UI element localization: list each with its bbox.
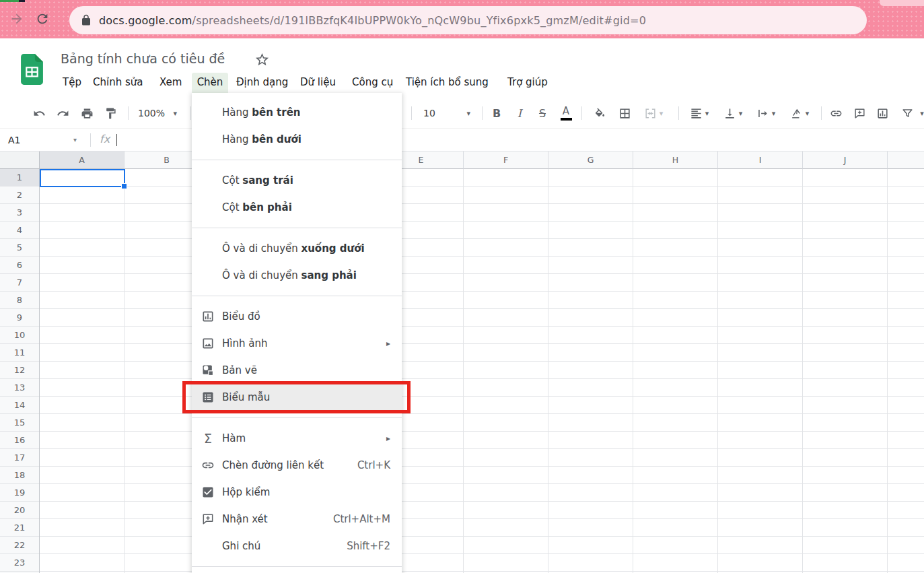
menu-item-image[interactable]: Hình ảnh▸ — [192, 330, 402, 357]
row-header-3[interactable]: 3 — [0, 204, 39, 222]
tab-corner — [880, 0, 924, 6]
create-filter-button[interactable] — [897, 103, 917, 123]
print-button[interactable] — [77, 103, 97, 123]
chevron-down-icon: ▾ — [772, 110, 776, 117]
menu-item-cells-shift-down[interactable]: Ô và di chuyển xuống dưới — [192, 235, 402, 262]
menu-item-row-below[interactable]: Hàng bên dưới — [192, 126, 402, 153]
font-size-select[interactable]: 10▾ — [417, 103, 476, 123]
select-all-corner[interactable] — [0, 151, 40, 169]
row-header-19[interactable]: 19 — [0, 484, 39, 502]
row-header-17[interactable]: 17 — [0, 449, 39, 467]
row-header-20[interactable]: 20 — [0, 502, 39, 519]
row-header-6[interactable]: 6 — [0, 257, 39, 274]
row-header-22[interactable]: 22 — [0, 537, 39, 554]
menubar-item-tools[interactable]: Công cụ — [349, 73, 396, 92]
spreadsheet-grid[interactable]: ABCDEFGHIJ 12345678910111213141516171819… — [0, 151, 924, 573]
menu-item-cells-shift-right[interactable]: Ô và di chuyển sang phải — [192, 262, 402, 289]
insert-comment-button[interactable] — [849, 103, 869, 123]
horizontal-align-button[interactable]: ▾ — [684, 103, 715, 123]
column-header-G[interactable]: G — [548, 151, 633, 169]
fill-color-button[interactable] — [590, 103, 610, 123]
column-header-F[interactable]: F — [464, 151, 548, 169]
row-header-7[interactable]: 7 — [0, 274, 39, 292]
row-header-5[interactable]: 5 — [0, 239, 39, 257]
row-header-10[interactable]: 10 — [0, 327, 39, 344]
menubar-item-file[interactable]: Tệp — [59, 73, 85, 92]
menu-item-drawing[interactable]: Bản vẽ — [192, 357, 402, 384]
undo-button[interactable] — [29, 103, 49, 123]
undo-icon — [33, 107, 46, 120]
forward-arrow-icon[interactable] — [9, 11, 24, 26]
menubar-item-view[interactable]: Xem — [156, 73, 185, 92]
menu-item-function[interactable]: ΣHàm▸ — [192, 425, 402, 452]
menubar-item-format[interactable]: Định dạng — [233, 73, 291, 92]
link-icon — [201, 458, 215, 473]
redo-button[interactable] — [52, 103, 73, 123]
address-bar[interactable]: docs.google.com/spreadsheets/d/191lBBzfq… — [69, 6, 867, 34]
shortcut-label: Ctrl+Alt+M — [333, 513, 390, 525]
column-header-H[interactable]: H — [633, 151, 718, 169]
row-header-15[interactable]: 15 — [0, 414, 39, 432]
row-header-23[interactable]: 23 — [0, 554, 39, 572]
insert-chart-icon — [876, 107, 889, 120]
chevron-down-icon: ▾ — [73, 136, 77, 143]
menu-item-label-bold: sang trái — [242, 174, 293, 187]
menubar-item-edit[interactable]: Chỉnh sửa — [90, 73, 146, 92]
row-header-12[interactable]: 12 — [0, 362, 39, 379]
column-header-I[interactable]: I — [718, 151, 803, 169]
row-header-11[interactable]: 11 — [0, 344, 39, 362]
reload-icon[interactable] — [35, 11, 50, 26]
menu-item-chart[interactable]: Biểu đồ — [192, 303, 402, 330]
cells-area[interactable] — [40, 169, 924, 573]
paint-format-button[interactable] — [100, 103, 120, 123]
menu-item-column-left[interactable]: Cột sang trái — [192, 167, 402, 194]
text-rotation-button[interactable]: ▾ — [784, 103, 815, 123]
insert-chart-button[interactable] — [872, 103, 892, 123]
row-header-21[interactable]: 21 — [0, 519, 39, 537]
row-header-16[interactable]: 16 — [0, 432, 39, 449]
menubar-item-add-ons[interactable]: Tiện ích bổ sung — [402, 73, 492, 92]
row-header-14[interactable]: 14 — [0, 397, 39, 414]
menubar-item-data[interactable]: Dữ liệu — [297, 73, 339, 92]
row-header-2[interactable]: 2 — [0, 187, 39, 204]
menu-separator — [192, 417, 402, 418]
chevron-down-icon: ▾ — [660, 110, 664, 117]
toolbar-divider — [821, 106, 822, 120]
column-header-partial[interactable] — [888, 151, 924, 169]
row-header-4[interactable]: 4 — [0, 222, 39, 239]
insert-link-button[interactable] — [826, 103, 846, 123]
theme-accent-green — [0, 0, 19, 2]
strikethrough-button[interactable]: S — [532, 103, 553, 123]
row-header-9[interactable]: 9 — [0, 309, 39, 327]
font-size-select-value: 10 — [423, 108, 435, 119]
row-header-18[interactable]: 18 — [0, 467, 39, 484]
chevron-down-icon: ▾ — [173, 110, 177, 117]
create-filter-icon — [901, 107, 914, 120]
zoom-select[interactable]: 100%▾ — [132, 103, 183, 123]
borders-button[interactable] — [614, 103, 635, 123]
menu-item-comment[interactable]: Nhận xétCtrl+Alt+M — [192, 506, 402, 533]
text-wrap-button[interactable]: ▾ — [750, 103, 781, 123]
url-host: docs.google.com — [99, 14, 192, 27]
text-color-button[interactable]: A — [556, 103, 576, 123]
more-toolbar-caret[interactable]: ▾ — [917, 103, 924, 123]
menu-item-checkbox[interactable]: Hộp kiểm — [192, 479, 402, 506]
italic-button[interactable]: I — [509, 103, 530, 123]
menu-item-note[interactable]: Ghi chúShift+F2 — [192, 533, 402, 560]
merge-cells-button[interactable]: ▾ — [638, 103, 669, 123]
menu-item-insert-link[interactable]: Chèn đường liên kếtCtrl+K — [192, 452, 402, 479]
menu-item-label: Ghi chú — [222, 540, 260, 552]
column-header-A[interactable]: A — [40, 151, 125, 169]
menu-item-column-right[interactable]: Cột bên phải — [192, 194, 402, 221]
fill-handle[interactable] — [121, 183, 127, 189]
name-box[interactable]: A1 ▾ — [8, 129, 77, 151]
column-header-J[interactable]: J — [803, 151, 888, 169]
app-header: Bảng tính chưa có tiêu đề TệpChỉnh sửaXe… — [0, 38, 924, 98]
bold-button[interactable]: B — [487, 103, 507, 123]
menubar-item-help[interactable]: Trợ giúp — [504, 73, 551, 92]
row-header-13[interactable]: 13 — [0, 379, 39, 397]
row-header-8[interactable]: 8 — [0, 292, 39, 309]
menu-item-row-above[interactable]: Hàng bên trên — [192, 99, 402, 126]
vertical-align-button[interactable]: ▾ — [717, 103, 748, 123]
row-header-1[interactable]: 1 — [0, 169, 39, 187]
